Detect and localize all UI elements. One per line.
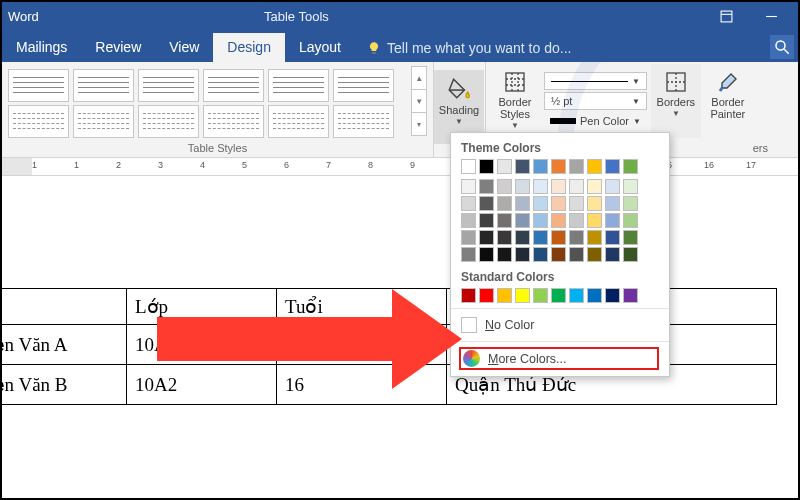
tab-review[interactable]: Review — [81, 33, 155, 62]
table-style-swatch[interactable] — [8, 69, 69, 102]
color-swatch[interactable] — [533, 179, 548, 194]
color-swatch[interactable] — [551, 213, 566, 228]
scroll-up-icon[interactable]: ▲ — [412, 67, 426, 90]
color-swatch[interactable] — [605, 159, 620, 174]
tab-mailings[interactable]: Mailings — [2, 33, 81, 62]
tab-design[interactable]: Design — [213, 33, 285, 62]
search-button[interactable] — [770, 35, 794, 59]
color-swatch[interactable] — [533, 230, 548, 245]
table-cell[interactable]: yễn Văn A — [0, 325, 127, 365]
color-swatch[interactable] — [533, 196, 548, 211]
color-swatch[interactable] — [479, 213, 494, 228]
color-swatch[interactable] — [479, 247, 494, 262]
table-header[interactable] — [0, 289, 127, 325]
table-styles-gallery[interactable] — [8, 65, 408, 138]
table-style-swatch[interactable] — [138, 105, 199, 138]
color-swatch[interactable] — [551, 230, 566, 245]
tab-layout[interactable]: Layout — [285, 33, 355, 62]
color-swatch[interactable] — [461, 159, 476, 174]
ribbon-options-button[interactable] — [704, 2, 749, 30]
tell-me-search[interactable]: Tell me what you want to do... — [355, 34, 583, 62]
color-swatch[interactable] — [497, 288, 512, 303]
color-swatch[interactable] — [479, 179, 494, 194]
color-swatch[interactable] — [551, 288, 566, 303]
color-swatch[interactable] — [623, 196, 638, 211]
color-swatch[interactable] — [461, 247, 476, 262]
color-swatch[interactable] — [497, 230, 512, 245]
color-swatch[interactable] — [515, 247, 530, 262]
color-swatch[interactable] — [461, 230, 476, 245]
color-swatch[interactable] — [551, 196, 566, 211]
color-swatch[interactable] — [605, 213, 620, 228]
table-cell[interactable]: yễn Văn B — [0, 365, 127, 405]
color-swatch[interactable] — [515, 230, 530, 245]
color-swatch[interactable] — [551, 179, 566, 194]
color-swatch[interactable] — [533, 159, 548, 174]
more-colors-item[interactable]: More Colors... — [459, 347, 659, 370]
no-color-item[interactable]: No Color — [461, 314, 659, 336]
color-swatch[interactable] — [479, 196, 494, 211]
color-swatch[interactable] — [587, 230, 602, 245]
gallery-more-icon[interactable]: ▾ — [412, 113, 426, 135]
color-swatch[interactable] — [587, 247, 602, 262]
color-swatch[interactable] — [623, 247, 638, 262]
gallery-scroll[interactable]: ▲ ▼ ▾ — [411, 66, 427, 136]
tab-view[interactable]: View — [155, 33, 213, 62]
table-style-swatch[interactable] — [203, 105, 264, 138]
color-swatch[interactable] — [587, 196, 602, 211]
table-style-swatch[interactable] — [73, 105, 134, 138]
color-swatch[interactable] — [479, 288, 494, 303]
color-swatch[interactable] — [569, 159, 584, 174]
color-swatch[interactable] — [587, 213, 602, 228]
color-swatch[interactable] — [497, 179, 512, 194]
color-swatch[interactable] — [497, 159, 512, 174]
color-swatch[interactable] — [533, 288, 548, 303]
color-swatch[interactable] — [515, 213, 530, 228]
color-swatch[interactable] — [515, 179, 530, 194]
color-swatch[interactable] — [623, 159, 638, 174]
table-style-swatch[interactable] — [203, 69, 264, 102]
color-swatch[interactable] — [461, 196, 476, 211]
color-swatch[interactable] — [569, 196, 584, 211]
table-style-swatch[interactable] — [268, 105, 329, 138]
color-swatch[interactable] — [497, 196, 512, 211]
color-swatch[interactable] — [623, 288, 638, 303]
table-style-swatch[interactable] — [138, 69, 199, 102]
color-swatch[interactable] — [623, 179, 638, 194]
table-cell[interactable]: 10A2 — [127, 365, 277, 405]
minimize-button[interactable] — [749, 2, 794, 30]
color-swatch[interactable] — [569, 230, 584, 245]
color-swatch[interactable] — [551, 159, 566, 174]
color-swatch[interactable] — [569, 213, 584, 228]
color-swatch[interactable] — [569, 288, 584, 303]
color-swatch[interactable] — [569, 247, 584, 262]
table-style-swatch[interactable] — [333, 69, 394, 102]
color-swatch[interactable] — [605, 179, 620, 194]
color-swatch[interactable] — [497, 247, 512, 262]
color-swatch[interactable] — [623, 213, 638, 228]
color-swatch[interactable] — [461, 179, 476, 194]
color-swatch[interactable] — [605, 247, 620, 262]
color-swatch[interactable] — [587, 179, 602, 194]
table-style-swatch[interactable] — [73, 69, 134, 102]
color-swatch[interactable] — [479, 230, 494, 245]
table-style-swatch[interactable] — [333, 105, 394, 138]
color-swatch[interactable] — [461, 288, 476, 303]
color-swatch[interactable] — [605, 230, 620, 245]
color-swatch[interactable] — [587, 159, 602, 174]
color-swatch[interactable] — [551, 247, 566, 262]
color-swatch[interactable] — [533, 213, 548, 228]
color-swatch[interactable] — [605, 288, 620, 303]
color-swatch[interactable] — [515, 196, 530, 211]
color-swatch[interactable] — [461, 213, 476, 228]
table-style-swatch[interactable] — [8, 105, 69, 138]
color-swatch[interactable] — [479, 159, 494, 174]
color-swatch[interactable] — [623, 230, 638, 245]
color-swatch[interactable] — [605, 196, 620, 211]
color-swatch[interactable] — [569, 179, 584, 194]
table-style-swatch[interactable] — [268, 69, 329, 102]
color-swatch[interactable] — [533, 247, 548, 262]
color-swatch[interactable] — [515, 288, 530, 303]
color-swatch[interactable] — [497, 213, 512, 228]
color-swatch[interactable] — [587, 288, 602, 303]
